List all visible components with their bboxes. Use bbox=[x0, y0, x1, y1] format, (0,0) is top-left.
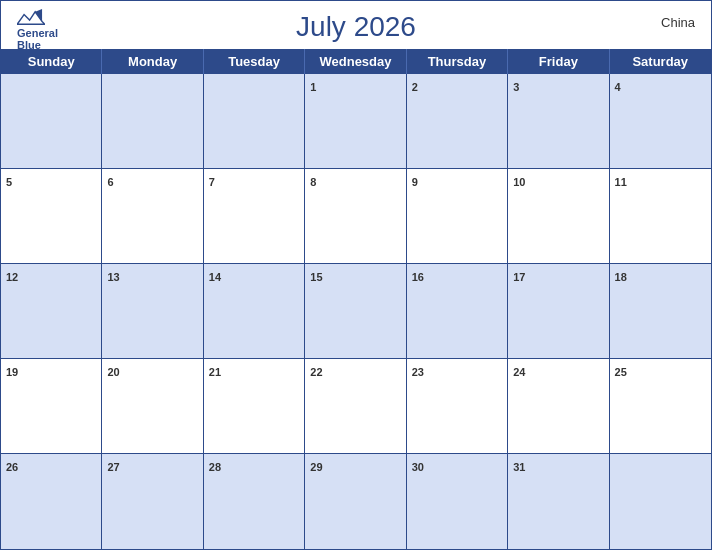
day-number: 27 bbox=[107, 461, 119, 473]
day-cell: 27 bbox=[102, 454, 203, 549]
day-cell bbox=[610, 454, 711, 549]
day-cell: 13 bbox=[102, 264, 203, 359]
day-number: 4 bbox=[615, 81, 621, 93]
day-number: 8 bbox=[310, 176, 316, 188]
day-header-wednesday: Wednesday bbox=[305, 49, 406, 74]
day-cell: 29 bbox=[305, 454, 406, 549]
calendar-body: 1234567891011121314151617181920212223242… bbox=[1, 74, 711, 549]
day-number: 6 bbox=[107, 176, 113, 188]
calendar-week-4: 19202122232425 bbox=[1, 359, 711, 454]
day-cell: 4 bbox=[610, 74, 711, 169]
logo-icon bbox=[17, 9, 45, 27]
day-header-sunday: Sunday bbox=[1, 49, 102, 74]
day-cell: 9 bbox=[407, 169, 508, 264]
day-header-tuesday: Tuesday bbox=[204, 49, 305, 74]
day-number: 28 bbox=[209, 461, 221, 473]
day-number: 15 bbox=[310, 271, 322, 283]
day-number: 30 bbox=[412, 461, 424, 473]
day-number: 19 bbox=[6, 366, 18, 378]
day-number: 14 bbox=[209, 271, 221, 283]
day-number: 31 bbox=[513, 461, 525, 473]
country-label: China bbox=[661, 15, 695, 30]
day-number: 12 bbox=[6, 271, 18, 283]
calendar-week-3: 12131415161718 bbox=[1, 264, 711, 359]
day-header-saturday: Saturday bbox=[610, 49, 711, 74]
day-number: 16 bbox=[412, 271, 424, 283]
day-cell: 3 bbox=[508, 74, 609, 169]
day-cell: 23 bbox=[407, 359, 508, 454]
day-cell bbox=[1, 74, 102, 169]
day-header-friday: Friday bbox=[508, 49, 609, 74]
day-number: 7 bbox=[209, 176, 215, 188]
calendar-title: July 2026 bbox=[296, 11, 416, 43]
day-cell: 11 bbox=[610, 169, 711, 264]
day-cell: 14 bbox=[204, 264, 305, 359]
day-cell: 22 bbox=[305, 359, 406, 454]
day-header-monday: Monday bbox=[102, 49, 203, 74]
day-cell: 8 bbox=[305, 169, 406, 264]
day-headers-row: SundayMondayTuesdayWednesdayThursdayFrid… bbox=[1, 49, 711, 74]
day-cell: 5 bbox=[1, 169, 102, 264]
day-number: 11 bbox=[615, 176, 627, 188]
day-cell: 6 bbox=[102, 169, 203, 264]
day-cell: 10 bbox=[508, 169, 609, 264]
day-cell: 16 bbox=[407, 264, 508, 359]
day-cell: 28 bbox=[204, 454, 305, 549]
day-cell: 31 bbox=[508, 454, 609, 549]
day-cell: 19 bbox=[1, 359, 102, 454]
day-cell: 30 bbox=[407, 454, 508, 549]
day-header-thursday: Thursday bbox=[407, 49, 508, 74]
day-cell: 2 bbox=[407, 74, 508, 169]
day-number: 9 bbox=[412, 176, 418, 188]
calendar-week-2: 567891011 bbox=[1, 169, 711, 264]
day-cell bbox=[204, 74, 305, 169]
calendar-week-5: 262728293031 bbox=[1, 454, 711, 549]
day-number: 29 bbox=[310, 461, 322, 473]
logo: General Blue bbox=[17, 9, 58, 51]
day-number: 10 bbox=[513, 176, 525, 188]
day-cell: 12 bbox=[1, 264, 102, 359]
calendar: General Blue July 2026 China SundayMonda… bbox=[0, 0, 712, 550]
day-number: 26 bbox=[6, 461, 18, 473]
day-number: 17 bbox=[513, 271, 525, 283]
day-cell: 26 bbox=[1, 454, 102, 549]
day-number: 25 bbox=[615, 366, 627, 378]
day-number: 5 bbox=[6, 176, 12, 188]
calendar-week-1: 1234 bbox=[1, 74, 711, 169]
day-cell: 18 bbox=[610, 264, 711, 359]
day-number: 3 bbox=[513, 81, 519, 93]
logo-general: General bbox=[17, 27, 58, 39]
day-number: 21 bbox=[209, 366, 221, 378]
day-cell: 1 bbox=[305, 74, 406, 169]
calendar-header: General Blue July 2026 China bbox=[1, 1, 711, 49]
day-number: 24 bbox=[513, 366, 525, 378]
day-number: 20 bbox=[107, 366, 119, 378]
svg-marker-1 bbox=[35, 9, 42, 21]
logo-blue: Blue bbox=[17, 39, 41, 51]
day-cell: 20 bbox=[102, 359, 203, 454]
day-cell: 7 bbox=[204, 169, 305, 264]
day-number: 1 bbox=[310, 81, 316, 93]
day-number: 23 bbox=[412, 366, 424, 378]
day-number: 22 bbox=[310, 366, 322, 378]
day-number: 2 bbox=[412, 81, 418, 93]
day-cell: 21 bbox=[204, 359, 305, 454]
day-cell: 25 bbox=[610, 359, 711, 454]
day-number: 18 bbox=[615, 271, 627, 283]
day-cell: 24 bbox=[508, 359, 609, 454]
day-cell: 17 bbox=[508, 264, 609, 359]
day-cell: 15 bbox=[305, 264, 406, 359]
day-cell bbox=[102, 74, 203, 169]
day-number: 13 bbox=[107, 271, 119, 283]
